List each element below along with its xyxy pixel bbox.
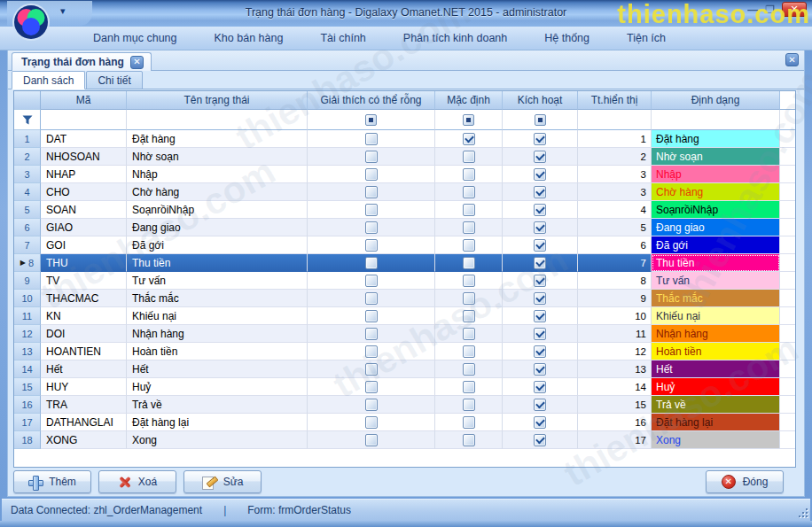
- checkbox-explain[interactable]: [365, 204, 378, 216]
- filter-cell-explain[interactable]: [308, 110, 435, 130]
- checkbox-explain[interactable]: [365, 151, 378, 163]
- checkbox-active[interactable]: [534, 345, 546, 358]
- checkbox-explain[interactable]: [365, 239, 378, 252]
- cell-format[interactable]: Đặt hàng lại: [652, 414, 780, 431]
- filter-checkbox-explain[interactable]: [365, 114, 377, 126]
- cell-code[interactable]: Hết: [41, 360, 127, 378]
- checkbox-active[interactable]: [534, 257, 546, 269]
- checkbox-active[interactable]: [534, 221, 546, 234]
- cell-name[interactable]: SoạnrồiNhập: [127, 201, 308, 219]
- grid-row-TRA[interactable]: 16TRATrả về15Trả về: [14, 396, 795, 414]
- grid-row-GIAO[interactable]: 6GIAOĐang giao5Đang giao: [14, 219, 795, 236]
- row-indicator[interactable]: 1: [14, 130, 41, 148]
- cell-code[interactable]: CHO: [41, 183, 127, 201]
- filter-checkbox-default[interactable]: [463, 114, 474, 126]
- grid-row-Hết[interactable]: 14HếtHết13Hết: [14, 360, 795, 378]
- grid-row-KN[interactable]: 11KNKhiếu nại10Khiếu nại: [14, 307, 795, 325]
- checkbox-default[interactable]: [463, 381, 475, 393]
- cell-code[interactable]: THU: [41, 254, 127, 272]
- checkbox-active[interactable]: [534, 168, 546, 181]
- cell-display-order[interactable]: 13: [578, 360, 652, 378]
- grid-row-THU[interactable]: ▶8THUThu tiền7Thu tiền: [14, 254, 795, 272]
- grid-row-CHO[interactable]: 4CHOChờ hàng3Chờ hàng: [14, 183, 795, 201]
- delete-button[interactable]: Xoá: [98, 470, 176, 493]
- minimize-icon[interactable]: —: [747, 4, 758, 16]
- cell-name[interactable]: Nhập: [127, 166, 308, 183]
- menu-he-thong[interactable]: Hệ thống: [526, 28, 608, 48]
- filter-cell-code[interactable]: [41, 110, 127, 130]
- cell-name[interactable]: Thắc mắc: [127, 290, 308, 307]
- cell-display-order[interactable]: 11: [578, 325, 652, 343]
- cell-code[interactable]: TRA: [41, 396, 127, 414]
- cell-name[interactable]: Nhận hàng: [127, 325, 308, 343]
- checkbox-active[interactable]: [534, 416, 546, 429]
- grid-row-SOAN[interactable]: 5SOANSoạnrồiNhập4SoạnrồiNhập: [14, 201, 795, 219]
- cell-name[interactable]: Hết: [127, 360, 308, 378]
- menu-tai-chinh[interactable]: Tài chính: [301, 28, 384, 48]
- checkbox-default[interactable]: [463, 363, 475, 376]
- grid-row-HUY[interactable]: 15HUYHuỷ14Huỷ: [14, 378, 795, 396]
- checkbox-explain[interactable]: [365, 328, 378, 340]
- row-indicator[interactable]: 16: [14, 396, 41, 414]
- cell-code[interactable]: THACMAC: [41, 290, 127, 307]
- checkbox-active[interactable]: [534, 186, 546, 198]
- cell-format[interactable]: Xong: [652, 431, 780, 449]
- cell-format[interactable]: Hết: [652, 360, 780, 378]
- cell-name[interactable]: Nhờ soạn: [127, 148, 308, 166]
- checkbox-default[interactable]: [463, 275, 475, 287]
- cell-display-order[interactable]: 14: [578, 378, 652, 396]
- grid-row-HOANTIEN[interactable]: 13HOANTIENHoàn tiền12Hoàn tiền: [14, 343, 795, 360]
- cell-code[interactable]: GOI: [41, 236, 127, 254]
- cell-format[interactable]: Nhờ soạn: [652, 148, 780, 166]
- cell-name[interactable]: Xong: [127, 431, 308, 449]
- checkbox-active[interactable]: [534, 133, 546, 145]
- menu-danh-muc-chung[interactable]: Danh mục chung: [74, 28, 196, 48]
- row-indicator[interactable]: 9: [14, 272, 41, 290]
- cell-display-order[interactable]: 7: [578, 254, 652, 272]
- cell-display-order[interactable]: 5: [578, 219, 652, 236]
- checkbox-explain[interactable]: [365, 221, 378, 234]
- checkbox-default[interactable]: [463, 151, 475, 163]
- checkbox-default[interactable]: [463, 328, 475, 340]
- cell-code[interactable]: GIAO: [41, 219, 127, 236]
- cell-format[interactable]: Tư vấn: [652, 272, 780, 290]
- checkbox-active[interactable]: [534, 381, 546, 393]
- cell-format[interactable]: Hoàn tiền: [652, 343, 780, 360]
- checkbox-explain[interactable]: [365, 186, 378, 198]
- cell-format[interactable]: Thắc mắc: [652, 290, 780, 307]
- checkbox-explain[interactable]: [365, 363, 378, 376]
- add-button[interactable]: Thêm: [13, 470, 91, 493]
- cell-format[interactable]: SoạnrồiNhập: [652, 201, 780, 219]
- cell-format[interactable]: Thu tiền: [652, 254, 780, 272]
- cell-format[interactable]: Trả về: [652, 396, 780, 414]
- close-button[interactable]: ✕ Đóng: [706, 470, 784, 493]
- checkbox-explain[interactable]: [365, 345, 378, 358]
- cell-format[interactable]: Chờ hàng: [652, 183, 780, 201]
- window-close-button[interactable]: ✕: [782, 2, 807, 17]
- row-indicator[interactable]: 18: [14, 431, 41, 449]
- cell-display-order[interactable]: 10: [578, 307, 652, 325]
- cell-display-order[interactable]: 12: [578, 343, 652, 360]
- filter-cell-default[interactable]: [435, 110, 503, 130]
- checkbox-default[interactable]: [463, 292, 475, 305]
- checkbox-default[interactable]: [463, 221, 475, 234]
- checkbox-active[interactable]: [534, 292, 546, 305]
- filter-cell-active[interactable]: [503, 110, 578, 130]
- tab-trang-thai-don-hang[interactable]: Trạng thái đơn hàng ✕: [12, 52, 152, 71]
- cell-code[interactable]: TV: [41, 272, 127, 290]
- cell-display-order[interactable]: 15: [578, 396, 652, 414]
- cell-format[interactable]: Đã gới: [652, 236, 780, 254]
- cell-name[interactable]: Chờ hàng: [127, 183, 308, 201]
- checkbox-active[interactable]: [534, 310, 546, 322]
- checkbox-default[interactable]: [463, 310, 475, 322]
- column-header-name[interactable]: Tên trạng thái: [127, 91, 308, 110]
- row-indicator[interactable]: 14: [14, 360, 41, 378]
- cell-name[interactable]: Đặt hàng lại: [127, 414, 308, 431]
- checkbox-default[interactable]: [463, 133, 475, 145]
- row-indicator[interactable]: 12: [14, 325, 41, 343]
- cell-display-order[interactable]: 16: [578, 414, 652, 431]
- cell-code[interactable]: DATHANGLAI: [41, 414, 127, 431]
- checkbox-explain[interactable]: [365, 168, 378, 181]
- menu-kho-ban-hang[interactable]: Kho bán hàng: [196, 28, 302, 48]
- cell-format[interactable]: Huỷ: [652, 378, 780, 396]
